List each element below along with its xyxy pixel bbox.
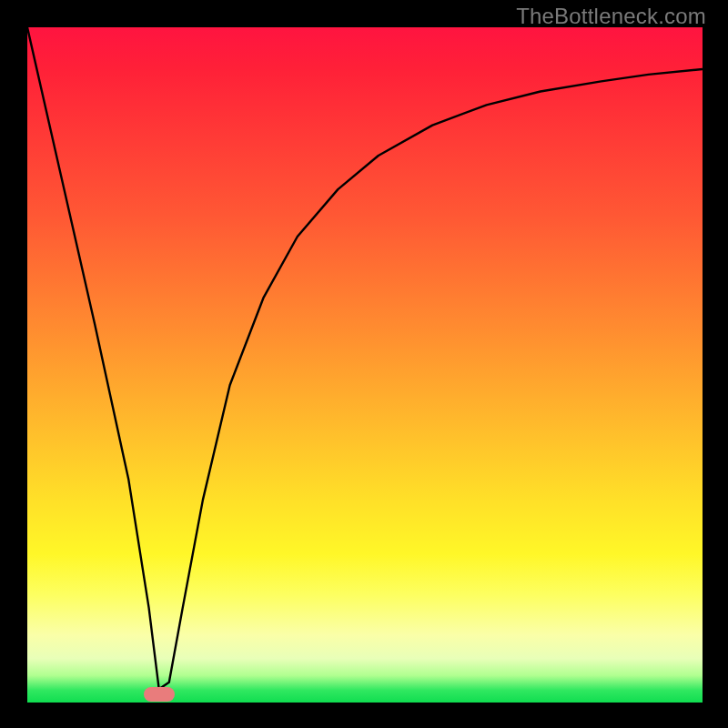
watermark-text: TheBottleneck.com [516, 4, 706, 29]
curve-layer [27, 27, 703, 703]
chart-frame: TheBottleneck.com [0, 0, 728, 728]
optimum-marker [144, 687, 175, 702]
bottleneck-curve [27, 27, 703, 689]
